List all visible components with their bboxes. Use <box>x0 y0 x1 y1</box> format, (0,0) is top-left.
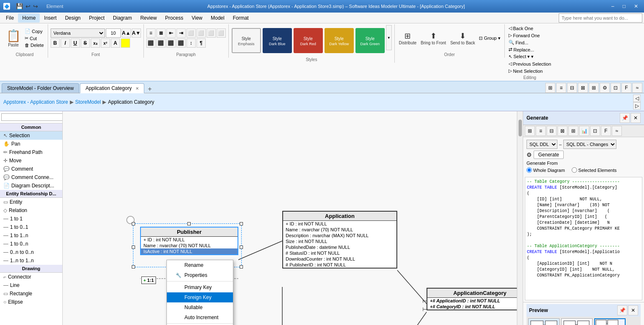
menu-format[interactable]: Format <box>229 13 253 23</box>
ctx-foreign-key[interactable]: Foreign Key <box>167 292 233 302</box>
handle-bl[interactable] <box>132 265 135 269</box>
font-color-button[interactable]: A <box>111 38 120 48</box>
group-button[interactable]: ⊡ Group ▾ <box>478 35 502 41</box>
handle-tm[interactable] <box>187 222 191 225</box>
whole-diagram-radio-label[interactable]: Whole Diagram <box>526 167 565 173</box>
panel-item-comment-connector[interactable]: 💬 Comment Conne... <box>0 173 62 182</box>
italic-button[interactable]: I <box>61 38 70 48</box>
forward-one-button[interactable]: ▷ Forward One <box>507 32 552 38</box>
styles-more-button[interactable]: ▼ <box>386 25 392 50</box>
handle-mr[interactable] <box>240 246 243 249</box>
publisher-field-name[interactable]: Name : nvarchar (70) NOT NULL <box>141 243 238 248</box>
panel-item-freehand[interactable]: ✏ Freehand Path <box>0 148 62 156</box>
menu-review[interactable]: Review <box>136 13 161 23</box>
entity-publisher[interactable]: Publisher + ID : int NOT NULL Name : nva… <box>140 227 238 255</box>
rp-tb-4[interactable]: ⊠ <box>557 126 567 136</box>
menu-insert[interactable]: Insert <box>40 13 61 23</box>
panel-item-1nto1n[interactable]: — 1..n to 1..n <box>0 256 62 265</box>
handle-ml[interactable] <box>132 246 135 249</box>
font-name-select[interactable]: Verdana <box>51 28 105 38</box>
bring-to-front-button[interactable]: ⬆ Bring to Front <box>419 31 448 46</box>
rp-tb-6[interactable]: 📊 <box>579 126 589 136</box>
style-emphasis-button[interactable]: Style Emphasis <box>232 28 261 53</box>
align-justify-button[interactable]: ⬜ <box>217 28 226 38</box>
menu-project[interactable]: Project <box>85 13 109 23</box>
bold-button[interactable]: B <box>51 38 60 48</box>
rp-tb-5[interactable]: ⊞ <box>568 126 578 136</box>
panel-item-pan[interactable]: ✋ Pan <box>0 140 62 148</box>
entity-application[interactable]: Application + ID : int NOT NULL Name : n… <box>282 211 397 269</box>
align-horiz-button[interactable]: ⬛ <box>176 38 186 48</box>
app-field-id[interactable]: + ID : int NOT NULL <box>283 221 396 227</box>
canvas-icon-6[interactable]: ⚙ <box>600 83 610 93</box>
context-menu[interactable]: Rename 🔧 Properties Primary Key Foreign … <box>166 260 233 325</box>
save-button[interactable]: 💾 <box>15 2 24 10</box>
rp-tb-3[interactable]: ⊟ <box>547 126 557 136</box>
cut-button[interactable]: ✂ Cut <box>23 35 45 41</box>
panel-item-rectangle[interactable]: ▭ Rectangle <box>0 289 62 298</box>
replace-button[interactable]: ⇄ Replace... <box>507 46 552 53</box>
panel-item-relation[interactable]: ◇ Relation <box>0 206 62 215</box>
select-button[interactable]: ↖ Select ▾ ▾ <box>507 54 552 60</box>
scroll-right-button[interactable]: ▷ <box>633 102 641 110</box>
rp-tb-7[interactable]: ⊡ <box>590 126 600 136</box>
menu-process[interactable]: Process <box>161 13 187 23</box>
menu-home[interactable]: Home <box>18 13 40 23</box>
send-to-back-button[interactable]: ⬇ Send to Back <box>449 31 477 46</box>
font-size-decrease-button[interactable]: A▼ <box>132 28 141 38</box>
redo-button[interactable]: ↪ <box>32 2 39 10</box>
prev-selection-button[interactable]: ◁ Previous Selection <box>507 61 552 67</box>
rp-tb-1[interactable]: ⊞ <box>525 126 535 136</box>
app-field-pubdate[interactable]: PublishedDate : datetime NULL <box>283 244 396 250</box>
rp-close-button[interactable]: ✕ <box>631 113 641 123</box>
underline-button[interactable]: U <box>71 38 80 48</box>
ribbon-search-input[interactable] <box>559 13 642 23</box>
app-field-name[interactable]: Name : nvarchar (70) NOT NULL <box>283 227 396 233</box>
selected-elements-radio-label[interactable]: Selected Elements <box>572 167 617 173</box>
font-size-increase-button[interactable]: A▲ <box>122 28 131 38</box>
tab-close-icon[interactable]: ✕ <box>135 86 139 91</box>
code-area[interactable]: -- Table Category ------------------- CR… <box>525 177 642 300</box>
rp-pin-button[interactable]: 📌 <box>620 113 630 123</box>
breadcrumb-storemodel[interactable]: StoreModel <box>75 99 101 105</box>
panel-item-diagram-desc[interactable]: 📄 Diagram Descript... <box>0 182 62 190</box>
undo-button[interactable]: ↩ <box>25 2 31 10</box>
left-search-input[interactable] <box>1 113 63 121</box>
publisher-field-isactive[interactable]: IsActive : int NOT NULL <box>141 248 238 254</box>
menu-file[interactable]: File <box>2 13 18 23</box>
tab-folder-overview[interactable]: StoreModel - Folder Overview <box>2 83 79 93</box>
tab-application-category[interactable]: Application Category ✕ <box>80 83 144 93</box>
panel-item-1to1[interactable]: — 1 to 1 <box>0 215 62 223</box>
subscript-button[interactable]: x₂ <box>91 38 100 48</box>
paste-button[interactable]: 📋 Paste <box>4 28 23 48</box>
app-field-statusid[interactable]: # StatusID : int NOT NULL <box>283 250 396 256</box>
rp-tb-9[interactable]: ≈ <box>612 126 622 136</box>
find-button[interactable]: 🔍 Find... <box>507 39 552 46</box>
delete-button[interactable]: 🗑 Delete <box>23 42 45 48</box>
preview-thumb-1[interactable] <box>528 318 560 325</box>
style-darkblue-button[interactable]: Style Dark Blue <box>263 28 292 53</box>
panel-item-1to01[interactable]: — 1 to 0..1 <box>0 223 62 231</box>
publisher-field-id[interactable]: + ID : int NOT NULL <box>141 237 238 243</box>
canvas-icon-5[interactable]: ⊞ <box>589 83 599 93</box>
copy-button[interactable]: 📄 Copy <box>23 28 45 34</box>
scroll-y[interactable] <box>517 111 523 325</box>
style-darkgreen-button[interactable]: Style Dark Green <box>355 28 385 53</box>
font-size-input[interactable] <box>106 28 121 38</box>
align-top-button[interactable]: ⬛ <box>146 38 156 48</box>
breadcrumb-home[interactable]: Appstorex - Application Store <box>3 99 68 105</box>
minimize-button[interactable]: – <box>609 3 617 10</box>
canvas-icon-7[interactable]: ⊡ <box>611 83 621 93</box>
app-field-size[interactable]: Size : int NOT NULL <box>283 238 396 244</box>
app-field-pubid[interactable]: # PublisherID : int NOT NULL <box>283 262 396 268</box>
panel-item-1to0n[interactable]: — 1 to 0..n <box>0 240 62 248</box>
rp-tb-2[interactable]: ≡ <box>536 126 546 136</box>
canvas-icon-8[interactable]: F <box>621 83 631 93</box>
appcategory-field-appid[interactable]: +# ApplicationID : int NOT NULL <box>427 298 523 304</box>
canvas-area[interactable]: ⊢ ⊢ Publisher + ID : int NOT NULL Name :… <box>63 111 523 325</box>
align-right-button[interactable]: ⬜ <box>207 28 216 38</box>
ctx-properties[interactable]: 🔧 Properties <box>167 270 233 280</box>
preview-thumb-3[interactable] <box>594 318 626 325</box>
menu-diagram[interactable]: Diagram <box>109 13 136 23</box>
generate-button[interactable]: Generate <box>534 151 564 159</box>
